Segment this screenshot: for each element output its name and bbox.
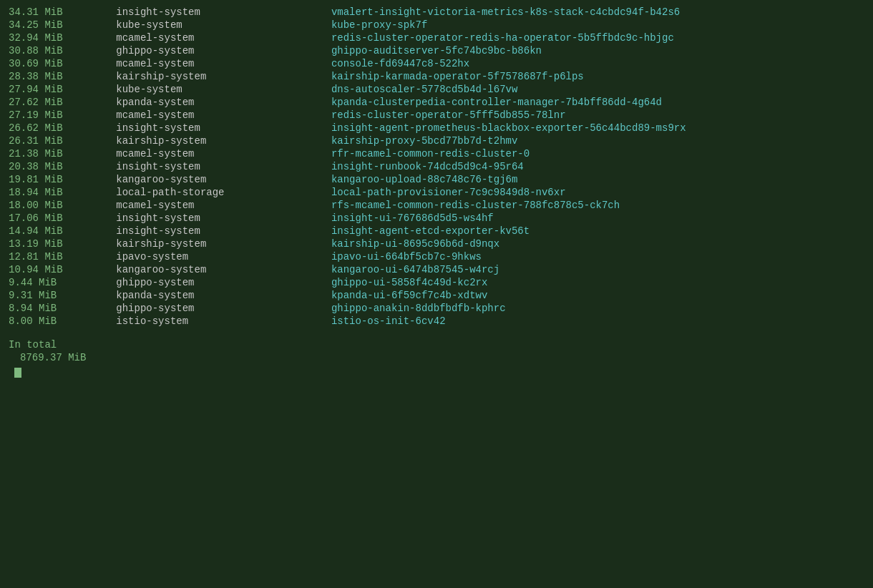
pod-name-cell: local-path-provisioner-7c9c9849d8-nv6xr xyxy=(331,186,864,199)
namespace-cell: kangaroo-system xyxy=(116,173,331,186)
pod-name-cell: ipavo-ui-664bf5cb7c-9hkws xyxy=(331,250,864,263)
namespace-cell: kangaroo-system xyxy=(116,263,331,276)
size-cell: 13.19 MiB xyxy=(9,237,116,250)
table-row: 18.00 MiBmcamel-systemrfs-mcamel-common-… xyxy=(9,199,864,212)
namespace-cell: insight-system xyxy=(116,6,331,19)
size-cell: 18.94 MiB xyxy=(9,186,116,199)
pod-name-cell: insight-agent-prometheus-blackbox-export… xyxy=(331,122,864,134)
namespace-cell: kairship-system xyxy=(116,237,331,250)
pod-name-cell: dns-autoscaler-5778cd5b4d-l67vw xyxy=(331,83,864,96)
size-cell: 8.00 MiB xyxy=(9,315,116,328)
table-row: 34.25 MiBkube-systemkube-proxy-spk7f xyxy=(9,19,864,31)
size-cell: 10.94 MiB xyxy=(9,263,116,276)
namespace-cell: insight-system xyxy=(116,122,331,134)
table-row: 12.81 MiBipavo-systemipavo-ui-664bf5cb7c… xyxy=(9,250,864,263)
table-row: 20.38 MiBinsight-systeminsight-runbook-7… xyxy=(9,160,864,173)
namespace-cell: mcamel-system xyxy=(116,109,331,122)
pod-name-cell: ghippo-ui-5858f4c49d-kc2rx xyxy=(331,276,864,289)
size-cell: 20.38 MiB xyxy=(9,160,116,173)
size-cell: 30.69 MiB xyxy=(9,57,116,70)
size-cell: 12.81 MiB xyxy=(9,250,116,263)
namespace-cell: ghippo-system xyxy=(116,276,331,289)
namespace-cell: kpanda-system xyxy=(116,289,331,302)
table-row: 8.94 MiBghippo-systemghippo-anakin-8ddbf… xyxy=(9,302,864,315)
namespace-cell: kairship-system xyxy=(116,134,331,147)
table-row: 28.38 MiBkairship-systemkairship-karmada… xyxy=(9,70,864,83)
size-cell: 21.38 MiB xyxy=(9,147,116,160)
table-row: 17.06 MiBinsight-systeminsight-ui-767686… xyxy=(9,212,864,225)
pod-name-cell: insight-runbook-74dcd5d9c4-95r64 xyxy=(331,160,864,173)
namespace-cell: mcamel-system xyxy=(116,199,331,212)
size-cell: 18.00 MiB xyxy=(9,199,116,212)
pod-name-cell: kube-proxy-spk7f xyxy=(331,19,864,31)
namespace-cell: local-path-storage xyxy=(116,186,331,199)
table-row: 26.31 MiBkairship-systemkairship-proxy-5… xyxy=(9,134,864,147)
pod-name-cell: ghippo-auditserver-5fc74bc9bc-b86kn xyxy=(331,44,864,57)
pod-name-cell: kpanda-clusterpedia-controller-manager-7… xyxy=(331,96,864,109)
size-cell: 9.31 MiB xyxy=(9,289,116,302)
table-row: 18.94 MiBlocal-path-storagelocal-path-pr… xyxy=(9,186,864,199)
namespace-cell: kpanda-system xyxy=(116,96,331,109)
cursor xyxy=(14,368,21,378)
table-row: 27.62 MiBkpanda-systemkpanda-clusterpedi… xyxy=(9,96,864,109)
pod-name-cell: vmalert-insight-victoria-metrics-k8s-sta… xyxy=(331,6,864,19)
namespace-cell: kube-system xyxy=(116,83,331,96)
table-row: 13.19 MiBkairship-systemkairship-ui-8695… xyxy=(9,237,864,250)
table-row: 26.62 MiBinsight-systeminsight-agent-pro… xyxy=(9,122,864,134)
pod-name-cell: ghippo-anakin-8ddbfbdfb-kphrc xyxy=(331,302,864,315)
size-cell: 19.81 MiB xyxy=(9,173,116,186)
pod-name-cell: kairship-ui-8695c96b6d-d9nqx xyxy=(331,237,864,250)
size-cell: 30.88 MiB xyxy=(9,44,116,57)
pod-name-cell: rfs-mcamel-common-redis-cluster-788fc878… xyxy=(331,199,864,212)
namespace-cell: kube-system xyxy=(116,19,331,31)
table-row: 9.44 MiBghippo-systemghippo-ui-5858f4c49… xyxy=(9,276,864,289)
pod-name-cell: console-fd69447c8-522hx xyxy=(331,57,864,70)
pod-name-cell: rfr-mcamel-common-redis-cluster-0 xyxy=(331,147,864,160)
namespace-cell: istio-system xyxy=(116,315,331,328)
pod-name-cell: redis-cluster-operator-5fff5db855-78lnr xyxy=(331,109,864,122)
namespace-cell: insight-system xyxy=(116,225,331,237)
namespace-cell: mcamel-system xyxy=(116,57,331,70)
size-cell: 34.31 MiB xyxy=(9,6,116,19)
size-cell: 26.62 MiB xyxy=(9,122,116,134)
table-row: 14.94 MiBinsight-systeminsight-agent-etc… xyxy=(9,225,864,237)
pod-name-cell: redis-cluster-operator-redis-ha-operator… xyxy=(331,31,864,44)
table-row: 9.31 MiBkpanda-systemkpanda-ui-6f59cf7c4… xyxy=(9,289,864,302)
pod-name-cell: insight-ui-767686d5d5-ws4hf xyxy=(331,212,864,225)
namespace-cell: mcamel-system xyxy=(116,147,331,160)
size-cell: 34.25 MiB xyxy=(9,19,116,31)
pod-name-cell: kairship-proxy-5bcd77bb7d-t2hmv xyxy=(331,134,864,147)
table-row: 27.94 MiBkube-systemdns-autoscaler-5778c… xyxy=(9,83,864,96)
total-label: In total xyxy=(9,339,864,351)
table-row: 10.94 MiBkangaroo-systemkangaroo-ui-6474… xyxy=(9,263,864,276)
pod-name-cell: kpanda-ui-6f59cf7c4b-xdtwv xyxy=(331,289,864,302)
namespace-cell: ghippo-system xyxy=(116,44,331,57)
size-cell: 9.44 MiB xyxy=(9,276,116,289)
size-cell: 27.62 MiB xyxy=(9,96,116,109)
namespace-cell: ipavo-system xyxy=(116,250,331,263)
namespace-cell: ghippo-system xyxy=(116,302,331,315)
size-cell: 8.94 MiB xyxy=(9,302,116,315)
size-cell: 32.94 MiB xyxy=(9,31,116,44)
size-cell: 17.06 MiB xyxy=(9,212,116,225)
size-cell: 14.94 MiB xyxy=(9,225,116,237)
size-cell: 27.19 MiB xyxy=(9,109,116,122)
table-row: 32.94 MiBmcamel-systemredis-cluster-oper… xyxy=(9,31,864,44)
size-cell: 27.94 MiB xyxy=(9,83,116,96)
table-row: 34.31 MiBinsight-systemvmalert-insight-v… xyxy=(9,6,864,19)
total-section: In total 8769.37 MiB xyxy=(9,339,864,378)
table-row: 30.69 MiBmcamel-systemconsole-fd69447c8-… xyxy=(9,57,864,70)
pod-name-cell: istio-os-init-6cv42 xyxy=(331,315,864,328)
table-row: 27.19 MiBmcamel-systemredis-cluster-oper… xyxy=(9,109,864,122)
pod-name-cell: kangaroo-ui-6474b87545-w4rcj xyxy=(331,263,864,276)
table-row: 19.81 MiBkangaroo-systemkangaroo-upload-… xyxy=(9,173,864,186)
namespace-cell: insight-system xyxy=(116,212,331,225)
size-cell: 26.31 MiB xyxy=(9,134,116,147)
pod-name-cell: kairship-karmada-operator-5f7578687f-p6l… xyxy=(331,70,864,83)
namespace-cell: mcamel-system xyxy=(116,31,331,44)
table-row: 21.38 MiBmcamel-systemrfr-mcamel-common-… xyxy=(9,147,864,160)
namespace-cell: insight-system xyxy=(116,160,331,173)
size-cell: 28.38 MiB xyxy=(9,70,116,83)
namespace-cell: kairship-system xyxy=(116,70,331,83)
memory-usage-table: 34.31 MiBinsight-systemvmalert-insight-v… xyxy=(9,6,864,328)
